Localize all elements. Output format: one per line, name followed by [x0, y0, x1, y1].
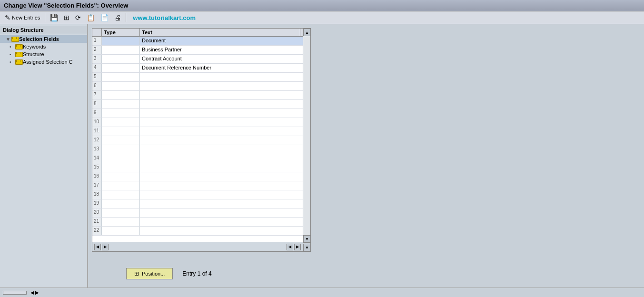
table-row[interactable]: 14 [92, 154, 310, 163]
row-type[interactable] [102, 218, 140, 226]
row-text[interactable] [140, 163, 310, 172]
row-type[interactable] [102, 181, 140, 190]
new-entries-button[interactable]: ✎ New Entries [3, 13, 42, 22]
row-text[interactable] [140, 199, 310, 208]
status-nav-left[interactable]: ◀ [30, 290, 34, 295]
row-text[interactable] [140, 118, 310, 127]
row-text[interactable]: Document Reference Number [140, 64, 310, 72]
scroll-down-btn2[interactable]: ▼ [303, 244, 311, 251]
toolbar-btn-print[interactable]: 🖨 [112, 13, 123, 22]
row-type[interactable] [102, 145, 140, 154]
toolbar-btn-copy[interactable]: ⊞ [62, 13, 71, 22]
row-type[interactable] [102, 118, 140, 127]
type-header-label: Type [104, 30, 116, 35]
new-entries-icon: ✎ [5, 14, 10, 21]
row-type[interactable] [102, 100, 140, 109]
table-body: 1 Document 2 Business Partner 3 Contract… [92, 37, 310, 238]
row-text[interactable]: Document [140, 37, 310, 45]
row-type[interactable] [102, 190, 140, 199]
row-text[interactable] [140, 127, 310, 136]
table-row[interactable]: 21 [92, 218, 310, 227]
vertical-scrollbar[interactable]: ▲ ▼ ▼ [303, 29, 310, 251]
toolbar-separator-1 [45, 13, 45, 22]
row-text[interactable] [140, 208, 310, 217]
table-row[interactable]: 13 [92, 145, 310, 154]
row-type[interactable] [102, 172, 140, 181]
toolbar-btn-clipboard1[interactable]: 📋 [85, 13, 97, 22]
row-text[interactable]: Business Partner [140, 46, 310, 54]
table-row[interactable]: 17 [92, 181, 310, 190]
status-grip[interactable] [3, 291, 27, 295]
hscroll-end-right-btn[interactable]: ▶ [294, 244, 301, 250]
row-text[interactable] [140, 190, 310, 199]
row-num: 21 [92, 218, 102, 226]
hscroll-right-btn[interactable]: ▶ [102, 244, 109, 250]
row-text[interactable] [140, 172, 310, 181]
row-text[interactable] [140, 154, 310, 163]
status-nav-right[interactable]: ▶ [35, 290, 39, 295]
table-row[interactable]: 3 Contract Account [92, 55, 310, 64]
table-row[interactable]: 1 Document [92, 37, 310, 46]
row-type[interactable] [102, 73, 140, 81]
scroll-up-btn[interactable]: ▲ [303, 29, 311, 36]
row-text[interactable]: Contract Account [140, 55, 310, 63]
table-row[interactable]: 7 [92, 91, 310, 100]
scroll-track[interactable] [303, 36, 310, 235]
sidebar-item-structure[interactable]: • Structure [0, 50, 87, 58]
row-type[interactable] [102, 91, 140, 99]
row-type[interactable] [102, 199, 140, 208]
toolbar-btn-refresh[interactable]: ⟳ [73, 13, 83, 22]
table-row[interactable]: 19 [92, 199, 310, 208]
table-row[interactable]: 9 [92, 109, 310, 118]
row-type[interactable] [102, 136, 140, 145]
sidebar-item-assigned-selection[interactable]: • Assigned Selection C [0, 58, 87, 66]
table-row[interactable]: 16 [92, 172, 310, 181]
table-row[interactable]: 18 [92, 190, 310, 199]
position-button[interactable]: ⊞ Position... [126, 268, 173, 279]
table-row[interactable]: 20 [92, 208, 310, 218]
row-type[interactable] [102, 64, 140, 72]
row-text[interactable] [140, 145, 310, 154]
scroll-down-btn[interactable]: ▼ [303, 235, 311, 243]
row-type[interactable] [102, 109, 140, 118]
row-type[interactable] [102, 55, 140, 63]
folder-icon [11, 37, 18, 42]
table-row[interactable]: 10 [92, 118, 310, 127]
table-row[interactable]: 11 [92, 127, 310, 136]
table-row[interactable]: 5 [92, 73, 310, 82]
sidebar-item-selection-fields[interactable]: ▼ Selection Fields [0, 35, 87, 43]
row-text[interactable] [140, 109, 310, 118]
row-text[interactable] [140, 73, 310, 81]
copy-icon: ⊞ [64, 14, 69, 21]
table-row[interactable]: 22 [92, 227, 310, 236]
hscroll-end-left-btn[interactable]: ◀ [287, 244, 293, 250]
row-type[interactable] [102, 154, 140, 163]
table-row[interactable]: 4 Document Reference Number [92, 64, 310, 73]
row-text[interactable] [140, 91, 310, 99]
row-text[interactable] [140, 181, 310, 190]
table-row[interactable]: 8 [92, 100, 310, 109]
row-type[interactable] [102, 82, 140, 90]
row-type[interactable] [102, 46, 140, 54]
table-row[interactable]: 6 [92, 82, 310, 91]
toolbar-btn-clipboard2[interactable]: 📄 [99, 13, 110, 22]
horizontal-scrollbar[interactable]: ◀ ▶ ◀ ▶ [92, 242, 303, 251]
row-text[interactable] [140, 100, 310, 109]
table-row[interactable]: 12 [92, 136, 310, 145]
row-num: 2 [92, 46, 102, 54]
row-text[interactable] [140, 227, 310, 235]
row-type[interactable] [102, 37, 140, 45]
sidebar-item-keywords[interactable]: • Keywords [0, 43, 87, 50]
table-row[interactable]: 15 [92, 163, 310, 172]
row-type[interactable] [102, 208, 140, 217]
row-type[interactable] [102, 227, 140, 235]
row-text[interactable] [140, 218, 310, 226]
table-row[interactable]: 2 Business Partner [92, 46, 310, 55]
row-type[interactable] [102, 163, 140, 172]
hscroll-left-btn[interactable]: ◀ [94, 244, 101, 250]
row-text[interactable] [140, 136, 310, 145]
row-type[interactable] [102, 127, 140, 136]
row-num: 22 [92, 227, 102, 235]
toolbar-btn-save[interactable]: 💾 [48, 13, 60, 22]
row-text[interactable] [140, 82, 310, 90]
